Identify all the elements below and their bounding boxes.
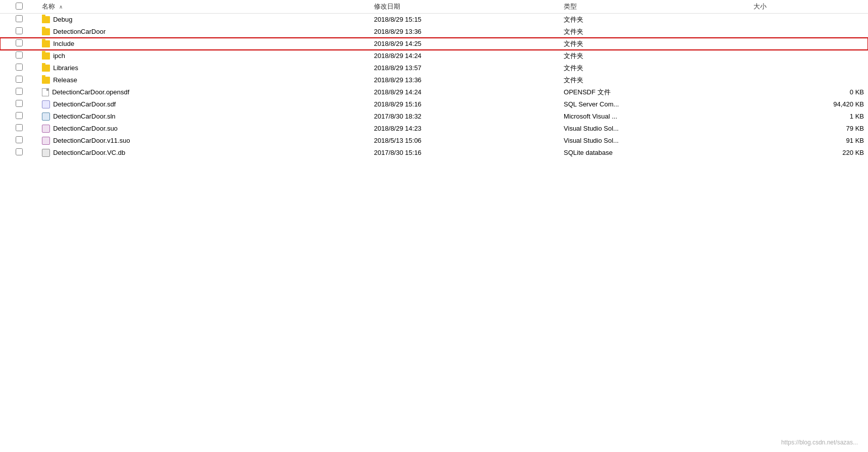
- table-row[interactable]: DetectionCarDoor.sln 2017/8/30 18:32 Mic…: [0, 110, 868, 123]
- row-name: ipch: [53, 52, 65, 60]
- row-checkbox-cell[interactable]: [0, 50, 38, 62]
- row-type: 文件夹: [564, 40, 583, 47]
- col-header-name[interactable]: 名称 ∧: [38, 0, 370, 14]
- row-name-cell[interactable]: DetectionCarDoor.opensdf: [38, 86, 370, 98]
- row-size-cell: [749, 14, 868, 26]
- row-checkbox[interactable]: [16, 76, 23, 83]
- db-icon: [42, 149, 50, 157]
- row-name: DetectionCarDoor.suo: [53, 125, 118, 132]
- file-icon: [42, 88, 49, 96]
- folder-icon: [42, 40, 50, 47]
- table-row[interactable]: Libraries 2018/8/29 13:57 文件夹: [0, 62, 868, 74]
- table-row[interactable]: DetectionCarDoor.VC.db 2017/8/30 15:16 S…: [0, 147, 868, 159]
- table-row[interactable]: DetectionCarDoor.sdf 2018/8/29 15:16 SQL…: [0, 98, 868, 110]
- row-name-cell[interactable]: DetectionCarDoor.sdf: [38, 98, 370, 110]
- file-table: 名称 ∧ 修改日期 类型 大小 Debug 2018/8/29 15:1: [0, 0, 868, 159]
- col-name-label: 名称: [42, 3, 55, 10]
- table-row[interactable]: Release 2018/8/29 13:36 文件夹: [0, 74, 868, 86]
- row-size-cell: [749, 62, 868, 74]
- row-name-cell[interactable]: Libraries: [38, 62, 370, 74]
- folder-icon: [42, 28, 50, 35]
- checkbox-header[interactable]: [0, 0, 38, 14]
- row-type-cell: 文件夹: [560, 62, 749, 74]
- suo-icon: [42, 125, 50, 133]
- row-checkbox[interactable]: [16, 88, 23, 95]
- row-checkbox-cell[interactable]: [0, 38, 38, 50]
- row-date-cell: 2018/8/29 13:36: [370, 74, 560, 86]
- col-header-size[interactable]: 大小: [749, 0, 868, 14]
- row-checkbox-cell[interactable]: [0, 123, 38, 135]
- row-type: 文件夹: [564, 28, 583, 35]
- row-type: Visual Studio Sol...: [564, 137, 619, 144]
- folder-icon: [42, 16, 50, 23]
- col-header-date[interactable]: 修改日期: [370, 0, 560, 14]
- row-checkbox[interactable]: [16, 112, 23, 119]
- row-name: DetectionCarDoor.VC.db: [53, 149, 125, 156]
- row-size: 220 KB: [842, 149, 864, 156]
- row-size-cell: [749, 50, 868, 62]
- row-size-cell: [749, 74, 868, 86]
- row-name-cell[interactable]: DetectionCarDoor.sln: [38, 110, 370, 123]
- row-checkbox-cell[interactable]: [0, 74, 38, 86]
- row-size-cell: 91 KB: [749, 135, 868, 147]
- row-checkbox-cell[interactable]: [0, 110, 38, 123]
- row-type: 文件夹: [564, 64, 583, 72]
- table-row[interactable]: Debug 2018/8/29 15:15 文件夹: [0, 14, 868, 26]
- row-checkbox-cell[interactable]: [0, 62, 38, 74]
- row-name-cell[interactable]: ipch: [38, 50, 370, 62]
- row-checkbox[interactable]: [16, 39, 23, 46]
- row-size-cell: 79 KB: [749, 123, 868, 135]
- table-row[interactable]: DetectionCarDoor.opensdf 2018/8/29 14:24…: [0, 86, 868, 98]
- row-type-cell: Microsoft Visual ...: [560, 110, 749, 123]
- row-checkbox-cell[interactable]: [0, 135, 38, 147]
- row-type: SQL Server Com...: [564, 100, 619, 108]
- row-checkbox-cell[interactable]: [0, 26, 38, 38]
- table-row[interactable]: DetectionCarDoor 2018/8/29 13:36 文件夹: [0, 26, 868, 38]
- row-date: 2018/8/29 14:24: [374, 88, 421, 96]
- select-all-checkbox[interactable]: [16, 3, 23, 10]
- row-checkbox[interactable]: [16, 136, 23, 143]
- folder-icon: [42, 77, 50, 84]
- row-type-cell: 文件夹: [560, 50, 749, 62]
- row-date-cell: 2018/8/29 14:24: [370, 86, 560, 98]
- row-name: Release: [53, 76, 77, 84]
- row-name-cell[interactable]: Debug: [38, 14, 370, 26]
- row-name-cell[interactable]: Release: [38, 74, 370, 86]
- row-type-cell: SQLite database: [560, 147, 749, 159]
- row-date: 2017/8/30 18:32: [374, 112, 421, 120]
- row-name-cell[interactable]: DetectionCarDoor.v11.suo: [38, 135, 370, 147]
- row-name-cell[interactable]: DetectionCarDoor.VC.db: [38, 147, 370, 159]
- sort-arrow-icon: ∧: [59, 4, 63, 10]
- row-checkbox-cell[interactable]: [0, 147, 38, 159]
- table-row[interactable]: DetectionCarDoor.v11.suo 2018/5/13 15:06…: [0, 135, 868, 147]
- table-row[interactable]: DetectionCarDoor.suo 2018/8/29 14:23 Vis…: [0, 123, 868, 135]
- row-name: Include: [53, 40, 74, 47]
- row-size-cell: [749, 26, 868, 38]
- row-checkbox-cell[interactable]: [0, 86, 38, 98]
- row-date-cell: 2018/8/29 15:15: [370, 14, 560, 26]
- row-type-cell: OPENSDF 文件: [560, 86, 749, 98]
- row-checkbox[interactable]: [16, 64, 23, 71]
- table-row[interactable]: Include 2018/8/29 14:25 文件夹: [0, 38, 868, 50]
- col-header-type[interactable]: 类型: [560, 0, 749, 14]
- row-name-cell[interactable]: DetectionCarDoor: [38, 26, 370, 38]
- row-type: 文件夹: [564, 76, 583, 84]
- row-checkbox-cell[interactable]: [0, 14, 38, 26]
- row-type: SQLite database: [564, 149, 613, 156]
- row-date: 2018/8/29 13:36: [374, 28, 421, 35]
- row-name-cell[interactable]: Include: [38, 38, 370, 50]
- row-checkbox[interactable]: [16, 15, 23, 22]
- row-checkbox-cell[interactable]: [0, 98, 38, 110]
- row-date-cell: 2018/8/29 13:36: [370, 26, 560, 38]
- row-name: Debug: [53, 16, 72, 23]
- row-size-cell: 94,420 KB: [749, 98, 868, 110]
- row-checkbox[interactable]: [16, 51, 23, 59]
- row-checkbox[interactable]: [16, 100, 23, 107]
- row-checkbox[interactable]: [16, 27, 23, 34]
- folder-icon: [42, 65, 50, 72]
- row-name-cell[interactable]: DetectionCarDoor.suo: [38, 123, 370, 135]
- row-checkbox[interactable]: [16, 148, 23, 155]
- table-row[interactable]: ipch 2018/8/29 14:24 文件夹: [0, 50, 868, 62]
- row-type-cell: 文件夹: [560, 74, 749, 86]
- row-checkbox[interactable]: [16, 124, 23, 131]
